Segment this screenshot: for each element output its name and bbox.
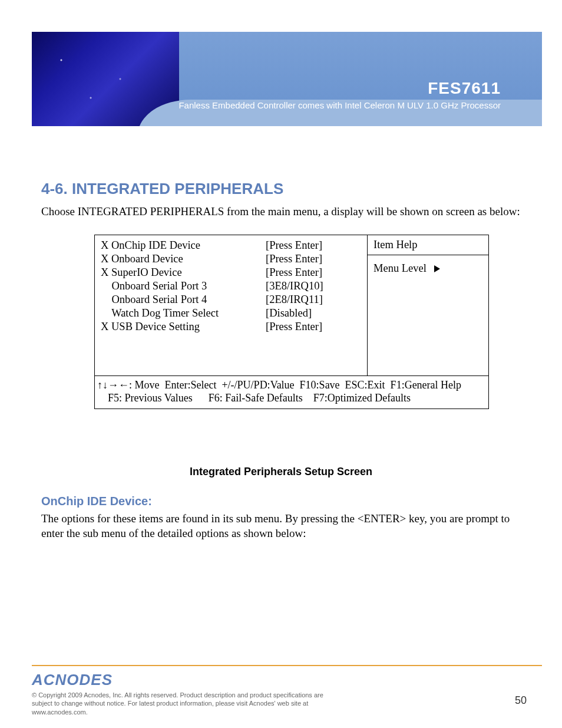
- footer-rule: [32, 665, 542, 666]
- item-body: The options for these items are found in…: [41, 512, 521, 541]
- bios-top: X OnChip IDE Device [Press Enter] X Onbo…: [95, 235, 488, 375]
- bios-hint-line2: F5: Previous Values F6: Fail-Safe Defaul…: [97, 391, 486, 405]
- main-content: 4-6. INTEGRATED PERIPHERALS Choose INTEG…: [41, 180, 521, 409]
- bios-row[interactable]: Watch Dog Timer Select [Disabled]: [101, 307, 361, 320]
- after-box-content: Integrated Peripherals Setup Screen OnCh…: [41, 466, 521, 541]
- bios-row-label: Onboard Serial Port 4: [101, 293, 266, 307]
- brand-logo: ACNODES: [32, 671, 113, 689]
- bios-row[interactable]: X OnChip IDE Device [Press Enter]: [101, 239, 361, 252]
- bios-row-label: X OnChip IDE Device: [101, 239, 266, 252]
- section-title: 4-6. INTEGRATED PERIPHERALS: [41, 180, 521, 198]
- bios-hint-line1: ↑↓→←: Move Enter:Select +/-/PU/PD:Value …: [97, 378, 486, 392]
- bios-row-value: [3E8/IRQ10]: [266, 279, 361, 293]
- section-body: Choose INTEGRATED PERIPHERALS from the m…: [41, 204, 521, 219]
- bios-row[interactable]: X Onboard Device [Press Enter]: [101, 252, 361, 266]
- bios-menu-level-label: Menu Level: [373, 262, 427, 274]
- bios-row-label: X SuperIO Device: [101, 266, 266, 279]
- product-desc: Fanless Embedded Controller comes with I…: [178, 100, 501, 110]
- item-title: OnChip IDE Device:: [41, 495, 521, 508]
- bios-row[interactable]: X SuperIO Device [Press Enter]: [101, 266, 361, 279]
- bios-row[interactable]: X USB Device Setting [Press Enter]: [101, 320, 361, 334]
- bios-row-label: Watch Dog Timer Select: [101, 307, 266, 320]
- bios-menu-level: Menu Level: [368, 255, 488, 375]
- page-number: 50: [515, 694, 527, 707]
- bios-row-value: [Disabled]: [266, 307, 361, 320]
- bios-row-label: Onboard Serial Port 3: [101, 279, 266, 293]
- bios-right-panel: Item Help Menu Level: [368, 235, 488, 375]
- bios-row[interactable]: Onboard Serial Port 4 [2E8/IRQ11]: [101, 293, 361, 307]
- bios-row-value: [Press Enter]: [266, 320, 361, 334]
- triangle-right-icon: [434, 265, 440, 272]
- bios-row[interactable]: Onboard Serial Port 3 [3E8/IRQ10]: [101, 279, 361, 293]
- bios-row-label: X Onboard Device: [101, 252, 266, 266]
- header-banner: FES7611 Fanless Embedded Controller come…: [32, 32, 542, 126]
- bios-left-panel: X OnChip IDE Device [Press Enter] X Onbo…: [95, 235, 368, 375]
- bios-row-value: [2E8/IRQ11]: [266, 293, 361, 307]
- bios-row-label: X USB Device Setting: [101, 320, 266, 334]
- bios-key-hints: ↑↓→←: Move Enter:Select +/-/PU/PD:Value …: [95, 375, 488, 409]
- bios-setup-box: X OnChip IDE Device [Press Enter] X Onbo…: [94, 235, 489, 409]
- copyright-text: © Copyright 2009 Acnodes, Inc. All right…: [32, 691, 338, 716]
- product-block: FES7611 Fanless Embedded Controller come…: [178, 79, 501, 110]
- product-name: FES7611: [178, 79, 501, 98]
- bios-row-value: [Press Enter]: [266, 239, 361, 252]
- bios-caption: Integrated Peripherals Setup Screen: [41, 466, 521, 478]
- bios-row-value: [Press Enter]: [266, 266, 361, 279]
- bios-row-value: [Press Enter]: [266, 252, 361, 266]
- bios-item-help: Item Help: [368, 235, 488, 255]
